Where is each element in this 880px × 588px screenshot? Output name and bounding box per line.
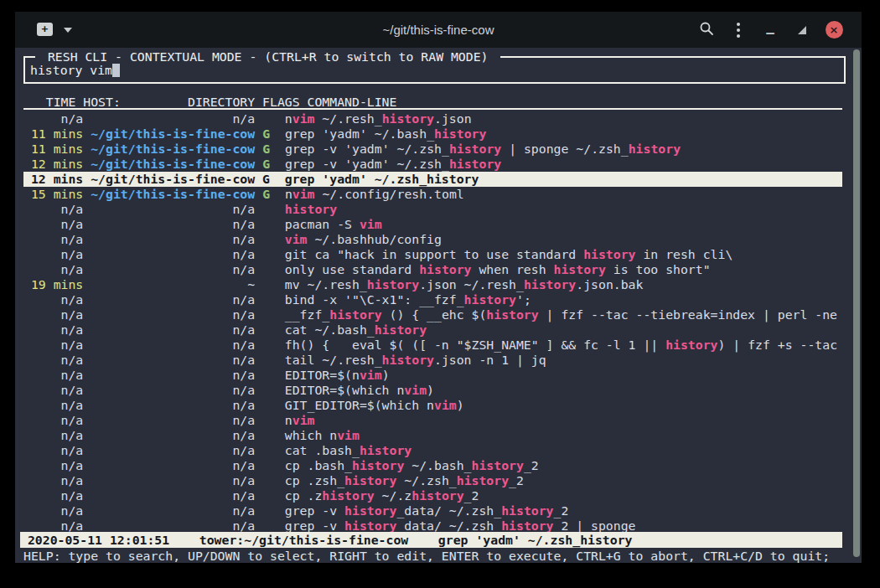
- history-row[interactable]: n/a n/a which nvim: [23, 428, 849, 443]
- history-row[interactable]: 12 mins ~/git/this-is-fine-cow G grep -v…: [23, 157, 849, 172]
- status-bar: 2020-05-11 12:01:51 tower:~/git/this-is-…: [20, 532, 842, 548]
- history-row[interactable]: 15 mins ~/git/this-is-fine-cow G nvim ~/…: [23, 187, 849, 202]
- history-row[interactable]: 11 mins ~/git/this-is-fine-cow G grep -v…: [23, 142, 849, 157]
- history-row[interactable]: n/a n/a __fzf_history () { __ehc $(histo…: [23, 307, 849, 322]
- history-row[interactable]: n/a n/a cp .zhistory ~/.zhistory_2: [23, 488, 849, 503]
- history-row[interactable]: n/a n/a only use standard history when r…: [23, 262, 849, 277]
- restore-button[interactable]: [786, 12, 818, 48]
- history-row[interactable]: n/a n/a cat ~/.bash_history: [23, 322, 849, 338]
- history-row[interactable]: 11 mins ~/git/this-is-fine-cow G grep 'y…: [23, 126, 849, 142]
- search-button[interactable]: [691, 12, 722, 48]
- resh-mode-label: RESH CLI - CONTEXTUAL MODE - (CTRL+R to …: [35, 49, 500, 64]
- history-row[interactable]: n/a n/a nvim ~/.resh_history.json: [23, 111, 849, 126]
- history-row[interactable]: n/a n/a grep -v history_data/ ~/.zsh_his…: [23, 503, 849, 518]
- terminal-content: RESH CLI - CONTEXTUAL MODE - (CTRL+R to …: [15, 48, 862, 563]
- search-input[interactable]: history vim: [30, 63, 120, 77]
- history-row[interactable]: n/a n/a git ca "hack in support to use s…: [23, 247, 849, 262]
- minimize-icon: –: [766, 24, 774, 40]
- history-row[interactable]: n/a n/a EDITOR=$(which nvim): [23, 383, 849, 398]
- history-row[interactable]: n/a n/a tail ~/.resh_history.json -n 1 |…: [23, 353, 849, 368]
- text-cursor: [112, 64, 120, 77]
- search-icon: [699, 21, 714, 39]
- search-query-text: history vim: [30, 63, 112, 77]
- history-row[interactable]: n/a n/a EDITOR=$(nvim): [23, 368, 849, 383]
- history-row[interactable]: n/a n/a cp .bash_history ~/.bash_history…: [23, 458, 849, 473]
- history-row[interactable]: n/a n/a cat .bash_history: [23, 443, 849, 458]
- kebab-menu-icon: [737, 23, 740, 38]
- scrollbar[interactable]: [853, 49, 860, 557]
- history-row[interactable]: n/a n/a GIT_EDITOR=$(which nvim): [23, 398, 849, 413]
- menu-button[interactable]: [722, 12, 754, 48]
- history-row[interactable]: n/a n/a history: [23, 202, 849, 217]
- history-row[interactable]: n/a n/a nvim: [23, 413, 849, 428]
- close-button[interactable]: ×: [818, 12, 850, 48]
- history-row[interactable]: n/a n/a bind -x '"\C-x1": __fzf_history'…: [23, 292, 849, 307]
- titlebar-controls: – ×: [691, 12, 850, 48]
- resh-search-box: RESH CLI - CONTEXTUAL MODE - (CTRL+R to …: [23, 56, 846, 84]
- history-table-header: TIME HOST: DIRECTORY FLAGS COMMAND-LINE: [23, 95, 842, 110]
- restore-icon: [798, 26, 806, 34]
- history-rows: n/a n/a nvim ~/.resh_history.json 11 min…: [23, 111, 849, 534]
- history-row[interactable]: n/a n/a cp .zsh_history ~/.zsh_history_2: [23, 473, 849, 488]
- history-row[interactable]: n/a n/a fh() { eval $( ([ -n "$ZSH_NAME"…: [23, 338, 849, 353]
- minimize-button[interactable]: –: [754, 12, 786, 48]
- help-line: HELP: type to search, UP/DOWN to select,…: [23, 549, 830, 563]
- close-icon: ×: [826, 21, 843, 39]
- history-row[interactable]: n/a n/a pacman -S vim: [23, 217, 849, 232]
- titlebar: + ~/git/this-is-fine-cow –: [15, 12, 862, 48]
- history-row[interactable]: n/a n/a vim ~/.bashhub/config: [23, 232, 849, 247]
- terminal-window: + ~/git/this-is-fine-cow –: [15, 12, 862, 563]
- history-row[interactable]: 19 mins ~ mv ~/.resh_history.json ~/.res…: [23, 277, 849, 292]
- history-row-selected[interactable]: 12 mins ~/git/this-is-fine-cow G grep 'y…: [23, 172, 842, 187]
